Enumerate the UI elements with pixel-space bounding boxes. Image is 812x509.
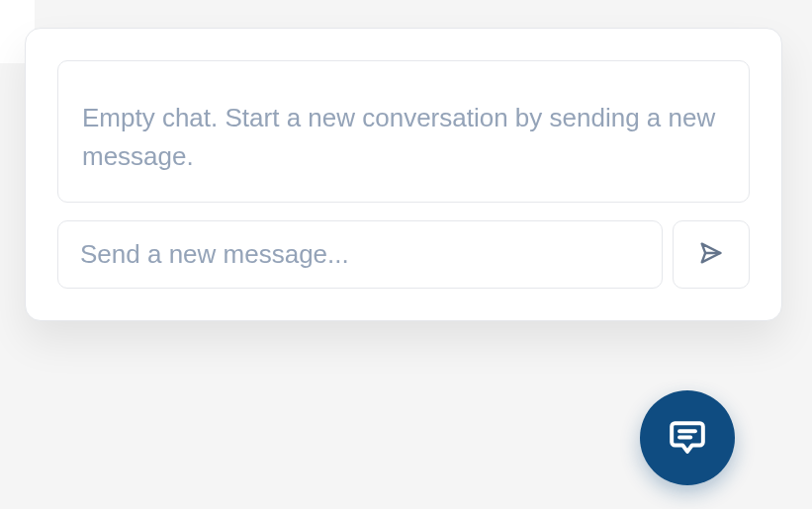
message-input[interactable]: [57, 220, 663, 289]
send-icon: [697, 239, 725, 270]
empty-state-text: Empty chat. Start a new conversation by …: [82, 99, 725, 176]
chat-panel: Empty chat. Start a new conversation by …: [25, 28, 782, 321]
chat-history-empty: Empty chat. Start a new conversation by …: [57, 60, 750, 203]
send-button[interactable]: [673, 220, 750, 289]
chat-bubble-icon: [669, 417, 706, 459]
chat-fab-button[interactable]: [640, 390, 735, 485]
message-input-row: [57, 220, 750, 289]
